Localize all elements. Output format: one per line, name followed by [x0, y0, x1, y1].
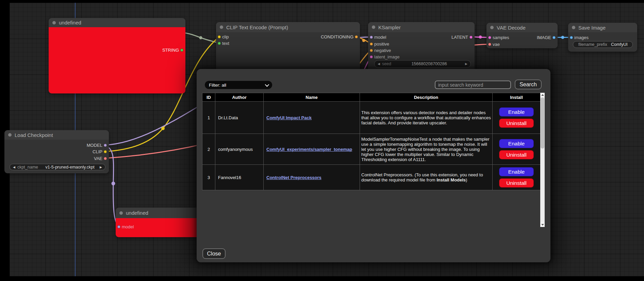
node-title: CLIP Text Encode (Prompt)	[226, 24, 288, 30]
node-title: VAE Decode	[497, 25, 526, 31]
search-button[interactable]: Search	[515, 80, 542, 89]
node-header[interactable]: VAE Decode	[486, 23, 558, 32]
decrement-arrow-icon[interactable]: ◀	[378, 62, 380, 66]
input-latent-image-dot[interactable]	[370, 55, 373, 58]
collapse-dot-icon[interactable]	[490, 26, 494, 29]
output-model-dot[interactable]	[104, 144, 107, 147]
collapse-dot-icon[interactable]	[52, 21, 56, 24]
input-negative-label: negative	[374, 49, 391, 53]
collapse-dot-icon[interactable]	[119, 211, 123, 215]
node-load-checkpoint[interactable]: Load Checkpoint MODEL CLIP VAE ◀ ckpt_na…	[4, 130, 109, 173]
enable-button[interactable]: Enable	[499, 167, 534, 176]
search-input[interactable]	[435, 81, 511, 89]
seed-widget[interactable]: ◀ seed 156680208700286 ▶	[374, 60, 471, 68]
uninstall-button[interactable]: Uninstall	[499, 150, 534, 159]
header-author: Author	[215, 93, 264, 102]
output-string-label: STRING	[162, 48, 179, 52]
input-text-label: text	[222, 41, 229, 46]
node-header[interactable]: Load Checkpoint	[4, 130, 109, 140]
enable-button[interactable]: Enable	[499, 139, 534, 148]
node-title: KSampler	[378, 24, 401, 30]
extension-link[interactable]: ComfyUI_experiments/sampler_tonemap	[266, 147, 352, 152]
header-description: Description	[360, 93, 493, 102]
output-vae-label: VAE	[94, 157, 102, 161]
increment-arrow-icon[interactable]: ▶	[100, 165, 102, 169]
extension-link[interactable]: ControlNet Preprocessors	[266, 175, 321, 180]
cell-id: 2	[202, 134, 215, 165]
node-header[interactable]: CLIP Text Encode (Prompt)	[216, 22, 360, 32]
input-model-dot[interactable]	[117, 225, 120, 228]
output-latent-dot[interactable]	[469, 36, 473, 39]
collapse-dot-icon[interactable]	[572, 26, 575, 29]
filter-select[interactable]: Filter: all	[205, 81, 272, 89]
table-header-row: ID Author Name Description Install	[202, 93, 541, 102]
close-button[interactable]: Close	[202, 248, 226, 259]
node-title: undefined	[59, 20, 81, 25]
input-text-dot[interactable]	[218, 42, 221, 45]
cell-description: This extension offers various detector n…	[360, 102, 493, 134]
header-id: ID	[202, 93, 215, 102]
output-conditioning-dot[interactable]	[355, 35, 358, 38]
filter-select-value: Filter: all	[209, 83, 226, 88]
collapse-dot-icon[interactable]	[8, 133, 12, 137]
input-model-dot[interactable]	[370, 36, 373, 39]
enable-button[interactable]: Enable	[499, 107, 534, 117]
decrement-arrow-icon[interactable]: ◀	[13, 165, 15, 169]
scrollbar-thumb[interactable]	[541, 98, 544, 148]
node-clip-text-encode[interactable]: CLIP Text Encode (Prompt) clip text COND…	[216, 22, 360, 73]
cell-install: EnableUninstall	[493, 165, 541, 190]
node-vae-decode[interactable]: VAE Decode samples vae IMAGE	[486, 23, 558, 48]
input-images-dot[interactable]	[570, 36, 573, 39]
extensions-table-body: 1Dr.Lt.DataComfyUI Impact PackThis exten…	[202, 102, 541, 190]
output-string-dot[interactable]	[180, 49, 183, 52]
ckpt-name-widget[interactable]: ◀ ckpt_name v1-5-pruned-emaonly.ckpt ▶	[10, 164, 105, 170]
cell-author: Fannovel16	[215, 165, 264, 190]
output-clip-dot[interactable]	[104, 150, 107, 153]
node-header[interactable]: KSampler	[368, 22, 475, 32]
scroll-up-icon[interactable]	[540, 93, 545, 97]
node-body	[49, 27, 185, 93]
manager-dialog: Filter: all Search ID Author Name Descri…	[197, 69, 550, 262]
extensions-table: ID Author Name Description Install 1Dr.L…	[202, 93, 545, 227]
table-row: 2comfyanonymousComfyUI_experiments/sampl…	[202, 134, 541, 165]
ckpt-name-value: v1-5-pruned-emaonly.ckpt	[40, 165, 100, 170]
collapse-dot-icon[interactable]	[372, 25, 375, 29]
chevron-down-icon	[265, 82, 269, 87]
input-positive-dot[interactable]	[370, 42, 373, 46]
output-clip-label: CLIP	[93, 150, 102, 154]
node-undefined-top[interactable]: undefined STRING	[49, 18, 185, 93]
cell-description: ControlNet Preprocessors. (To use this e…	[360, 165, 493, 190]
header-name: Name	[264, 93, 360, 102]
node-header[interactable]: Save Image	[568, 23, 637, 32]
node-ksampler[interactable]: KSampler model positive negative latent_…	[368, 22, 475, 73]
cell-author: Dr.Lt.Data	[215, 102, 264, 134]
output-image-dot[interactable]	[552, 36, 556, 39]
output-vae-dot[interactable]	[104, 157, 107, 160]
seed-widget-label: seed	[382, 62, 391, 66]
cell-install: EnableUninstall	[493, 102, 541, 134]
increment-arrow-icon[interactable]: ▶	[465, 62, 467, 66]
input-samples-label: samples	[493, 36, 509, 40]
scroll-down-icon[interactable]	[540, 223, 545, 227]
table-scrollbar[interactable]	[540, 93, 545, 227]
node-header[interactable]: undefined	[49, 18, 185, 27]
node-save-image[interactable]: Save Image images filename_prefix ComfyU…	[568, 23, 637, 52]
input-clip-dot[interactable]	[218, 35, 221, 38]
cell-name: ControlNet Preprocessors	[264, 165, 360, 190]
description-bold-text: Install Models	[436, 177, 466, 182]
extension-link[interactable]: ComfyUI Impact Pack	[266, 115, 312, 120]
input-negative-dot[interactable]	[370, 49, 373, 52]
filename-prefix-value: ComfyUI	[609, 42, 629, 47]
uninstall-button[interactable]: Uninstall	[499, 178, 534, 188]
node-title: undefined	[126, 210, 148, 216]
uninstall-button[interactable]: Uninstall	[499, 119, 534, 128]
output-model-label: MODEL	[87, 143, 102, 147]
cell-name: ComfyUI_experiments/sampler_tonemap	[264, 134, 360, 165]
filename-prefix-widget[interactable]: filename_prefix ComfyUI	[573, 41, 633, 48]
header-install: Install	[493, 93, 541, 102]
input-samples-dot[interactable]	[488, 36, 491, 39]
cell-description: ModelSamplerTonemapNoiseTest a node that…	[360, 134, 493, 165]
ckpt-name-label: ckpt_name	[17, 165, 38, 170]
input-vae-dot[interactable]	[488, 43, 491, 46]
collapse-dot-icon[interactable]	[220, 25, 223, 29]
